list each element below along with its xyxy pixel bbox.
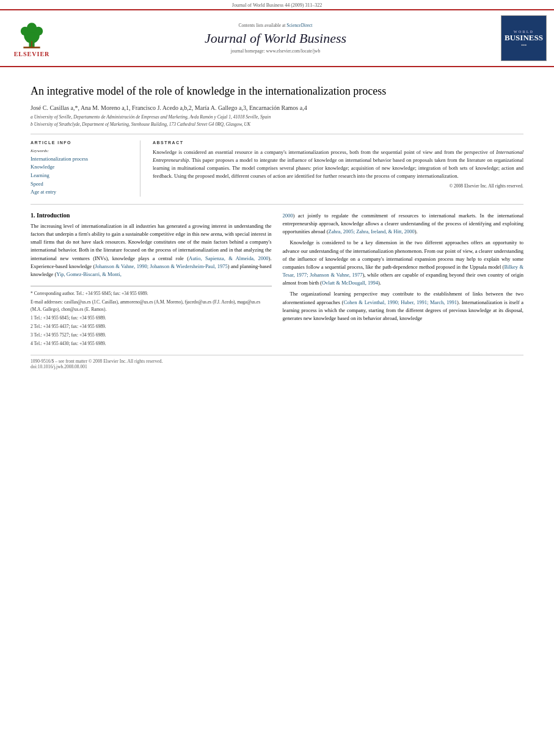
section1-heading: 1. Introduction <box>31 212 272 219</box>
elsevier-tree-icon <box>16 19 47 49</box>
citation-johanson1: Johanson & Vahne, 1990; Johanson & Wiede… <box>95 263 227 269</box>
right-para2: Knowledge is considered to be a key dime… <box>283 239 524 287</box>
keyword-5: Age at entry <box>31 188 131 197</box>
keyword-4: Speed <box>31 180 131 189</box>
citation-2000: 2000 <box>283 213 293 219</box>
logo-decoration: ●●● <box>521 43 527 46</box>
journal-homepage: journal homepage: www.elsevier.com/locat… <box>56 48 495 54</box>
abstract-section: ABSTRACT Knowledge is considered an esse… <box>153 140 523 197</box>
article-info-panel: ARTICLE INFO Keywords: Internationalizat… <box>31 140 140 197</box>
sciencedirect-link[interactable]: ScienceDirect <box>286 23 312 28</box>
main-content: An integrative model of the role of know… <box>0 67 554 376</box>
authors: José C. Casillas a,*, Ana M. Moreno a,1,… <box>31 104 523 111</box>
elsevier-logo: ELSEVIER <box>7 19 56 57</box>
journal-title: Journal of World Business <box>56 31 495 46</box>
logo-business-text: BUSINESS <box>505 34 543 42</box>
affiliations: a University of Seville, Departamento de… <box>31 114 523 128</box>
bottom-bar: 1090-9516/$ – see front matter © 2008 El… <box>31 355 523 369</box>
affiliation-b: b University of Strathclyde, Department … <box>31 121 523 128</box>
doi-line: doi:10.1016/j.jwb.2008.08.001 <box>31 364 523 369</box>
citation-autio: Autio, Sapienza, & Almeida, 2000 <box>189 255 269 261</box>
right-column: 2000) act jointly to regulate the commit… <box>283 212 524 349</box>
footnotes: * Corresponding author. Tel.: +34 955 68… <box>31 286 272 347</box>
citation-bilkey: Bilkey & Tesar, 1977; Johanson & Vahne, … <box>283 264 524 278</box>
article-title: An integrative model of the role of know… <box>31 84 523 98</box>
article-info-title: ARTICLE INFO <box>31 140 131 145</box>
footnote-4: 4 Tel.: +34 955 4430; fax: +34 955 6989. <box>31 340 272 347</box>
abstract-title: ABSTRACT <box>153 140 523 145</box>
footnote-email: E-mail addresses: casillas@us.es (J.C. C… <box>31 299 272 313</box>
keywords-label: Keywords: <box>31 148 131 153</box>
citation-ovlatt: Ovlatt & McDougall, 1994 <box>322 280 378 286</box>
footnote-2: 2 Tel.: +34 955 4437; fax: +34 955 6989. <box>31 323 272 330</box>
contents-line: Contents lists available at ScienceDirec… <box>56 23 495 28</box>
journal-logo-box: WORLD BUSINESS ●●● <box>495 15 547 61</box>
keyword-3: Learning <box>31 172 131 180</box>
abstract-text: Knowledge is considered an essential res… <box>153 148 523 181</box>
section1-right-text: 2000) act jointly to regulate the commit… <box>283 212 524 322</box>
keywords-list: Internationalization process Knowledge L… <box>31 155 131 197</box>
journal-reference: Journal of World Business 44 (2009) 311–… <box>0 0 554 9</box>
journal-logo-image: WORLD BUSINESS ●●● <box>501 15 547 61</box>
svg-rect-6 <box>23 46 40 48</box>
keyword-2: Knowledge <box>31 163 131 172</box>
footnote-3: 3 Tel.: +34 955 7527; fax: +34 955 6989. <box>31 332 272 339</box>
right-para3: The organizational learning perspective … <box>283 290 524 322</box>
footnote-1: 1 Tel.: +34 955 6845; fax: +34 955 6989. <box>31 314 272 322</box>
citation-cohen: Cohen & Levinthal, 1990; Huber, 1991; Ma… <box>343 299 457 305</box>
keyword-1: Internationalization process <box>31 155 131 164</box>
section-divider <box>31 204 523 205</box>
journal-header: ELSEVIER Contents lists available at Sci… <box>0 9 554 67</box>
copyright-notice: © 2008 Elsevier Inc. All rights reserved… <box>153 183 523 189</box>
svg-point-4 <box>27 23 37 32</box>
right-para1: 2000) act jointly to regulate the commit… <box>283 212 524 236</box>
left-column: 1. Introduction The increasing level of … <box>31 212 272 349</box>
journal-center: Contents lists available at ScienceDirec… <box>56 23 495 54</box>
elsevier-text: ELSEVIER <box>14 51 50 57</box>
intro-para1: The increasing level of internationaliza… <box>31 222 272 278</box>
issn-line: 1090-9516/$ – see front matter © 2008 El… <box>31 358 523 364</box>
citation-zahra: Zahra, 2005; Zahra, Ireland, & Hitt, 200… <box>329 228 415 234</box>
body-columns: 1. Introduction The increasing level of … <box>31 212 523 349</box>
affiliation-a: a University of Seville, Departamento de… <box>31 114 523 120</box>
footnote-corresponding: * Corresponding author. Tel.: +34 955 68… <box>31 290 272 297</box>
section1-left-text: The increasing level of internationaliza… <box>31 222 272 278</box>
citation-yip: Yip, Gomez-Biscarri, & Monti, <box>56 271 122 277</box>
article-info-row: ARTICLE INFO Keywords: Internationalizat… <box>31 134 523 197</box>
